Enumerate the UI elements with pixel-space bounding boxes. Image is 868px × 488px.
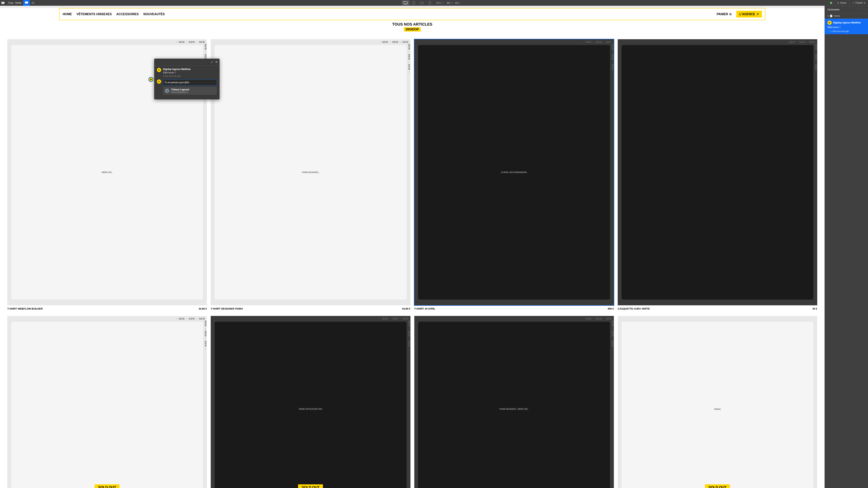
- share-button[interactable]: Share: [834, 0, 849, 6]
- new-badge-vertical: NEW → NEW → NEW →: [611, 44, 614, 73]
- product-name: T-SHIRT DESIGNER FIGMA: [211, 307, 243, 310]
- user-icon: 👥: [828, 30, 830, 32]
- mention-name: Thibaut Legrand: [171, 88, 189, 91]
- nav-accessoires[interactable]: ACCESSOIRES: [116, 12, 138, 16]
- sold-out-badge: SOLD OUT: [705, 484, 730, 488]
- comments-toggle-button[interactable]: [23, 0, 30, 6]
- panel-section[interactable]: ▾ 📄 Home: [825, 13, 868, 19]
- canvas[interactable]: HOME VÊTEMENTS UNISEXES ACCESSOIRES NOUV…: [0, 6, 825, 488]
- product-mock: 19 AVRIL 2023 REBRANDING: [418, 45, 610, 300]
- new-badge: → NEW → NEW → NEW: [582, 317, 612, 320]
- publish-button[interactable]: Publish ▾: [849, 0, 868, 6]
- comments-panel: Comments ⋯ ▾ 📄 Home Digidop Agence Webfl…: [825, 6, 868, 488]
- new-badge: → NEW → NEW → NEW: [786, 41, 815, 43]
- svg-rect-3: [420, 2, 423, 4]
- arrow-icon: ↗: [756, 12, 759, 16]
- popup-author: Digidop Agence Webflow: [163, 68, 217, 70]
- product-image: → NEW → NEW → NEW NEW → NEW → NEW → WEBF…: [211, 316, 410, 488]
- product-mock: WEBFLOW BUILDER DIGI: [215, 322, 406, 488]
- panel-title: Comments: [828, 8, 840, 11]
- percent-unit: %: [459, 2, 461, 4]
- breakpoint-mobile[interactable]: [426, 0, 434, 6]
- section-label: Home: [834, 14, 840, 17]
- product-image: → NEW → NEW → NEW NEW → NEW → NEW → SOLD…: [7, 316, 207, 488]
- product-card[interactable]: → NEW → NEW → NEW NEW → NEW → NEW → SOLD…: [7, 316, 207, 488]
- new-badge: → NEW → NEW → NEW: [379, 41, 408, 43]
- sold-out-badge: SOLD OUT: [95, 484, 120, 488]
- product-mock: FIGMA DESIGNER_ WEBFLOW_: [418, 322, 610, 488]
- nav-vetements[interactable]: VÊTEMENTS UNISEXES: [76, 12, 112, 16]
- more-icon[interactable]: ⋯: [863, 8, 865, 11]
- close-icon[interactable]: ✕: [215, 60, 218, 64]
- canvas-height: 803: [446, 2, 450, 4]
- popup-avatar: [157, 68, 161, 72]
- svg-point-6: [837, 2, 838, 3]
- resolve-icon[interactable]: ✓: [211, 60, 213, 64]
- product-name: T-SHIRT WEBFLOW BUILDER: [7, 307, 43, 310]
- preview-button[interactable]: [30, 0, 36, 6]
- mention-email: thibaut@digidop.fr: [171, 91, 189, 93]
- nav-home[interactable]: HOME: [63, 12, 72, 16]
- product-card[interactable]: → NEW → NEW → NEW NEW → NEW → NEW → WEBF…: [211, 316, 410, 488]
- page-icon: 📄: [830, 14, 833, 17]
- nav-nouveautes[interactable]: NOUVEAUTÉS: [144, 12, 165, 16]
- popup-time: a few seconds ago: [163, 75, 217, 77]
- product-image: → NEW → NEW → NEW NEW → NEW → NEW → FIGM…: [414, 316, 614, 488]
- new-badge: → NEW → NEW → NEW: [176, 317, 205, 320]
- new-badge: → NEW → NEW → NEW: [582, 41, 612, 43]
- comment-list-item[interactable]: Digidop Agence Webflow Effet hover ? 👥 a…: [825, 19, 868, 34]
- hero-title: TOUS NOS ARTICLES: [0, 22, 825, 27]
- new-badge: → NEW → NEW → NEW: [176, 41, 205, 43]
- webflow-logo[interactable]: [0, 0, 6, 6]
- list-text: Effet hover ?: [828, 26, 865, 29]
- list-author: Digidop Agence Webflow: [833, 21, 861, 24]
- share-label: Share: [840, 2, 846, 4]
- status-indicator: [828, 2, 834, 4]
- product-mock: FIGMA DESIGNER_: [215, 45, 406, 300]
- product-mock: Digidop: [622, 322, 813, 488]
- comment-popup: ✓ ✕ Digidop Agence Webflow Effet hover ?…: [154, 59, 220, 99]
- new-badge-vertical: NEW → NEW → NEW →: [611, 321, 614, 350]
- breakpoint-tablet[interactable]: [410, 0, 418, 6]
- svg-rect-4: [429, 2, 431, 4]
- product-card[interactable]: → NEW → NEW → NEW NEW → NEW → NEW → FIGM…: [414, 316, 614, 488]
- product-mock: [622, 45, 813, 300]
- breakpoint-desktop[interactable]: [402, 0, 410, 6]
- chevron-down-icon: ▾: [828, 14, 829, 17]
- product-price: 34,90 €: [402, 307, 410, 310]
- agence-button[interactable]: L'AGENCE ↗: [736, 11, 762, 18]
- new-badge: → NEW → NEW → NEW: [379, 317, 408, 320]
- chevron-down-icon: ▾: [864, 2, 865, 4]
- new-badge-vertical: NEW → NEW → NEW →: [408, 321, 410, 350]
- page-selector[interactable]: Page: Home: [6, 2, 23, 4]
- mention-avatar: 👤: [165, 89, 169, 93]
- product-mock: [11, 322, 203, 488]
- product-name: CASQUETTE AURA VERTE: [618, 307, 650, 310]
- canvas-width[interactable]: 1271: [436, 2, 441, 4]
- product-card[interactable]: → NEW → NEW → NEW NEW → NEW → NEW → CASQ…: [618, 39, 817, 312]
- product-card[interactable]: → NEW → NEW → NEW NEW → NEW → NEW → FIGM…: [211, 39, 410, 312]
- product-card[interactable]: Digidop SOLD OUT: [618, 316, 817, 488]
- reply-avatar: [157, 80, 161, 84]
- product-price: 34,90 €: [198, 307, 207, 310]
- px-unit: PX: [442, 2, 444, 4]
- zoom-value: 100: [455, 2, 458, 4]
- comment-marker[interactable]: [148, 77, 153, 82]
- mention-suggestion[interactable]: 👤 Thibaut Legrand thibaut@digidop.fr: [163, 87, 217, 95]
- new-badge-vertical: NEW → NEW → NEW →: [408, 44, 410, 73]
- product-image: → NEW → NEW → NEW NEW → NEW → NEW → FIGM…: [211, 39, 410, 305]
- cart-button[interactable]: PANIER ⊙: [717, 12, 732, 16]
- reply-input[interactable]: [163, 80, 217, 86]
- product-card[interactable]: → NEW → NEW → NEW NEW → NEW → NEW → 19 A…: [414, 39, 614, 312]
- product-image: Digidop SOLD OUT: [618, 316, 817, 488]
- product-image: → NEW → NEW → NEW NEW → NEW → NEW → 19 A…: [414, 39, 614, 305]
- breakpoint-landscape[interactable]: [418, 0, 426, 6]
- site-navbar: HOME VÊTEMENTS UNISEXES ACCESSOIRES NOUV…: [59, 8, 765, 20]
- cart-icon: ⊙: [729, 12, 732, 16]
- popup-text: Effet hover ?: [163, 71, 217, 74]
- new-badge-vertical: NEW → NEW → NEW →: [204, 321, 207, 350]
- px-unit-2: PX: [451, 2, 453, 4]
- sold-out-badge: SOLD OUT: [298, 484, 323, 488]
- canvas-dimensions: 1271 PX 803 PX 100 %: [434, 2, 463, 4]
- product-image: → NEW → NEW → NEW NEW → NEW → NEW →: [618, 39, 817, 305]
